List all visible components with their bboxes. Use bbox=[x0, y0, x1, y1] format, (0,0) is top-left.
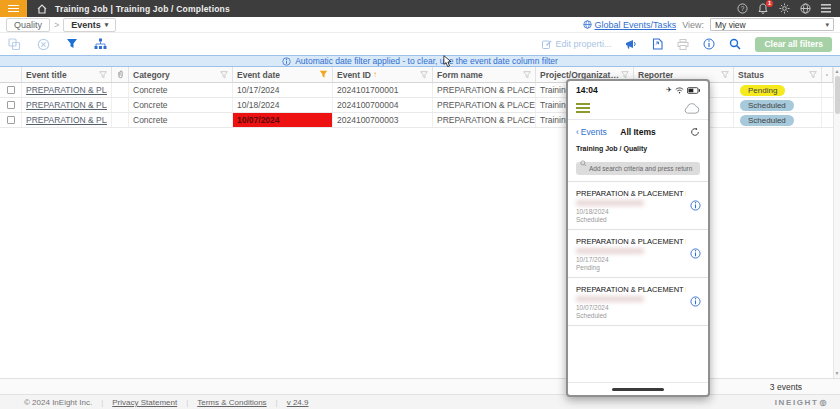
refresh-icon[interactable] bbox=[690, 127, 700, 137]
edit-properties-button[interactable]: Edit properti... bbox=[542, 39, 611, 49]
mobile-preview-overlay: 14:04 ✈ ‹Events All Items Training Job /… bbox=[566, 79, 710, 397]
battery-icon bbox=[687, 87, 700, 94]
scroll-up-arrow[interactable]: ▲ bbox=[835, 67, 840, 76]
global-events-tasks-label: Global Events/Tasks bbox=[595, 20, 677, 30]
grid-toolbar: Edit properti... Clear all filters bbox=[0, 33, 840, 55]
form-name-cell: PREPARATION & PLACEMENT FOR S... bbox=[433, 83, 536, 97]
sort-ascending-icon: ↑ bbox=[373, 70, 377, 79]
phone-menu-icon[interactable] bbox=[576, 101, 590, 115]
phone-item-title: PREPARATION & PLACEMENT FOR S... bbox=[576, 237, 686, 246]
clear-all-filters-button[interactable]: Clear all filters bbox=[755, 37, 832, 52]
filter-icon[interactable] bbox=[621, 71, 629, 79]
copy-events-icon[interactable] bbox=[8, 38, 21, 51]
scroll-down-arrow[interactable]: ▼ bbox=[835, 369, 840, 378]
svg-text:?: ? bbox=[740, 5, 744, 12]
header-event-date[interactable]: Event date bbox=[233, 67, 333, 82]
view-select-value: My view bbox=[715, 20, 746, 30]
privacy-statement-link[interactable]: Privacy Statement bbox=[112, 398, 177, 407]
event-id-cell: 2024101700001 bbox=[333, 83, 433, 97]
info-icon[interactable] bbox=[690, 248, 701, 259]
checkbox-cell bbox=[0, 113, 22, 127]
event-title-link[interactable]: PREPARATION & PLACEMENT FOR S... bbox=[26, 115, 107, 125]
phone-search-input[interactable] bbox=[576, 162, 700, 175]
breadcrumb-parent[interactable]: Quality bbox=[6, 18, 50, 32]
header-status[interactable]: Status bbox=[734, 67, 822, 82]
filter-icon[interactable] bbox=[220, 71, 228, 79]
breadcrumb-separator: > bbox=[54, 20, 59, 30]
export-icon[interactable] bbox=[652, 38, 663, 50]
home-icon[interactable] bbox=[37, 4, 47, 14]
auto-filter-banner[interactable]: Automatic date filter applied - to clear… bbox=[0, 55, 840, 67]
hamburger-icon bbox=[8, 3, 19, 14]
terms-conditions-link[interactable]: Terms & Conditions bbox=[197, 398, 266, 407]
column-chooser-icon[interactable] bbox=[822, 67, 833, 82]
copyright-text: © 2024 InEight Inc. bbox=[24, 398, 92, 407]
hierarchy-icon[interactable] bbox=[94, 38, 107, 50]
airplane-mode-icon: ✈ bbox=[666, 86, 672, 94]
phone-search[interactable] bbox=[576, 157, 700, 175]
phone-list-item[interactable]: PREPARATION & PLACEMENT FOR S... 10/07/2… bbox=[568, 278, 708, 326]
event-date-cell: 10/17/2024 bbox=[233, 83, 333, 97]
search-icon[interactable] bbox=[729, 38, 741, 50]
settings-gear-icon[interactable] bbox=[778, 3, 790, 15]
redacted-text bbox=[576, 248, 644, 254]
mouse-cursor bbox=[443, 55, 452, 68]
filter-icon[interactable] bbox=[523, 71, 531, 79]
global-events-tasks-link[interactable]: Global Events/Tasks bbox=[583, 20, 677, 30]
phone-item-status: Pending bbox=[576, 264, 686, 272]
home-indicator[interactable] bbox=[612, 388, 664, 391]
banner-text: Automatic date filter applied - to clear… bbox=[295, 56, 558, 66]
header-category[interactable]: Category bbox=[129, 67, 233, 82]
cloud-sync-icon[interactable] bbox=[683, 103, 700, 114]
notification-badge: 1 bbox=[766, 0, 773, 7]
row-checkbox[interactable] bbox=[7, 101, 15, 109]
row-end-spacer bbox=[822, 98, 833, 112]
phone-list-item[interactable]: PREPARATION & PLACEMENT FOR S... 10/18/2… bbox=[568, 181, 708, 230]
header-attachments[interactable] bbox=[112, 67, 129, 82]
phone-back-button[interactable]: ‹Events bbox=[576, 127, 607, 137]
main-menu-button[interactable] bbox=[0, 0, 27, 17]
header-event-id[interactable]: Event ID↑ bbox=[333, 67, 433, 82]
filter-icon[interactable] bbox=[420, 71, 428, 79]
row-checkbox[interactable] bbox=[7, 116, 15, 124]
info-icon[interactable] bbox=[690, 200, 701, 211]
status-cell: Scheduled bbox=[734, 113, 822, 127]
info-icon[interactable] bbox=[690, 296, 701, 307]
phone-app-header bbox=[568, 97, 708, 119]
info-icon[interactable] bbox=[703, 38, 715, 50]
filter-icon[interactable] bbox=[66, 38, 78, 50]
status-cell: Scheduled bbox=[734, 98, 822, 112]
breadcrumb-current-dropdown[interactable]: Events ▾ bbox=[63, 18, 116, 32]
event-title-link[interactable]: PREPARATION & PLACEMENT FOR S... bbox=[26, 100, 107, 110]
apps-grid-icon[interactable] bbox=[820, 3, 832, 15]
footer-divider: | bbox=[186, 398, 188, 407]
ineight-logo-mark: ◎ bbox=[819, 398, 828, 407]
phone-list-item[interactable]: PREPARATION & PLACEMENT FOR S... 10/17/2… bbox=[568, 230, 708, 278]
version-link[interactable]: v 24.9 bbox=[287, 398, 309, 407]
globe-icon[interactable] bbox=[799, 3, 811, 15]
announce-megaphone-icon[interactable] bbox=[625, 39, 638, 50]
phone-context-label: Training Job / Quality bbox=[568, 143, 708, 155]
status-badge: Scheduled bbox=[740, 115, 794, 126]
help-icon[interactable]: ? bbox=[736, 3, 748, 15]
event-title-link[interactable]: PREPARATION & PLACEMENT FOR S... bbox=[26, 85, 107, 95]
header-event-title[interactable]: Event title bbox=[22, 67, 112, 82]
phone-nav-bar: ‹Events All Items bbox=[568, 120, 708, 143]
cancel-event-icon[interactable] bbox=[37, 38, 50, 51]
event-id-cell: 2024100700004 bbox=[333, 98, 433, 112]
vertical-scrollbar[interactable]: ▲ ▼ bbox=[833, 67, 840, 378]
row-checkbox[interactable] bbox=[7, 86, 15, 94]
view-select[interactable]: My view ▾ bbox=[710, 18, 834, 31]
event-date-cell: 10/07/2024 bbox=[233, 113, 333, 127]
header-form-name[interactable]: Form name bbox=[433, 67, 536, 82]
row-end-spacer bbox=[822, 83, 833, 97]
filter-icon[interactable] bbox=[721, 71, 729, 79]
print-icon[interactable] bbox=[677, 39, 689, 50]
filter-icon[interactable] bbox=[809, 71, 817, 79]
active-filter-icon[interactable] bbox=[319, 70, 328, 79]
search-icon bbox=[580, 160, 587, 167]
breadcrumb-bar: Quality > Events ▾ Global Events/Tasks V… bbox=[0, 17, 840, 33]
filter-icon[interactable] bbox=[99, 71, 107, 79]
notifications-bell-icon[interactable]: 1 bbox=[757, 3, 769, 15]
scrollbar-thumb[interactable] bbox=[835, 76, 840, 114]
